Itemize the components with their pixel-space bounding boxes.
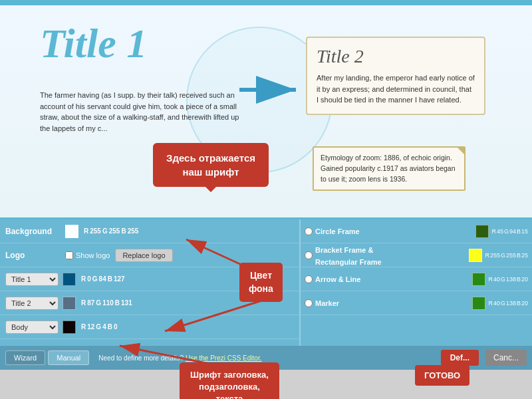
title1-preview: Title 1	[40, 20, 147, 67]
bracket-frame-option: Bracket Frame & Rectangular Frame	[305, 243, 382, 267]
font-tooltip: Здесь отражается наш шрифт	[153, 143, 269, 187]
bracket-frame-label: Bracket Frame &	[315, 246, 373, 254]
circle-frame-swatch[interactable]	[475, 225, 489, 238]
annotation-done: ГОТОВО	[415, 365, 469, 386]
annotation-color-bg: Цвет фона	[239, 263, 283, 302]
body-color-swatch[interactable]	[63, 321, 76, 334]
wizard-tab[interactable]: Wizard	[5, 350, 45, 365]
show-logo-checkbox[interactable]	[65, 251, 73, 259]
title2-rgb: R87 G110 B131	[81, 299, 132, 307]
circle-frame-row: Circle Frame R45 G94 B15	[301, 219, 532, 243]
circle-frame-rgb: R45 G94 B15	[491, 228, 528, 235]
show-logo-label: Show logo	[65, 251, 110, 259]
manual-tab[interactable]: Manual	[48, 350, 89, 365]
title1-select[interactable]: Title 1	[5, 273, 59, 286]
arrow-line-rgb: R40 G138 B20	[488, 276, 528, 283]
bracket-frame-radio[interactable]	[305, 251, 313, 259]
arrow-line-swatch[interactable]	[472, 273, 485, 286]
circle-frame-radio[interactable]	[305, 227, 313, 235]
marker-swatch[interactable]	[472, 297, 485, 310]
title2-color-swatch[interactable]	[63, 297, 76, 310]
title2-box: Title 2 After my landing, the emperor ha…	[306, 37, 485, 115]
top-bar	[0, 0, 532, 5]
background-color-swatch[interactable]	[65, 225, 78, 238]
etymology-box: Etymology of zoom: 1886, of echoic origi…	[313, 146, 466, 191]
background-label: Background	[5, 227, 65, 236]
right-arrow-preview	[239, 73, 306, 109]
marker-row: Marker R40 G138 B20	[301, 291, 532, 315]
marker-option: Marker	[305, 299, 339, 307]
css-editor-link[interactable]: Use the Prezi CSS Editor.	[186, 354, 262, 362]
title2-select[interactable]: Title 2	[5, 297, 59, 310]
logo-label: Logo	[5, 251, 65, 260]
title1-rgb: R0 G84 B127	[81, 275, 125, 283]
bracket-frame-rgb: R255 G255 B25	[485, 252, 528, 259]
marker-label: Marker	[315, 299, 339, 307]
marker-radio[interactable]	[305, 299, 313, 307]
rect-frame-label: Rectangular Frame	[315, 258, 382, 266]
title1-color-swatch[interactable]	[63, 273, 76, 286]
title2-body: After my landing, the emperor had early …	[317, 72, 475, 106]
arrow-line-option: Arrow & Line	[305, 275, 360, 283]
bottom-hint: Need to define more details? Use the Pre…	[98, 354, 261, 362]
body-text-preview: The farmer having (as I supp. by their t…	[40, 90, 239, 134]
arrow-line-radio[interactable]	[305, 275, 313, 283]
arrow-line-label: Arrow & Line	[315, 275, 360, 283]
background-rgb: R255 G255 B255	[84, 227, 138, 235]
circle-frame-label: Circle Frame	[315, 227, 360, 235]
title2-heading: Title 2	[317, 46, 475, 67]
marker-rgb: R40 G138 B20	[488, 300, 528, 307]
preview-area: Title 1 The farmer having (as I supp. by…	[0, 0, 532, 219]
done-button[interactable]: Def...	[441, 350, 479, 366]
replace-logo-button[interactable]: Replace logo	[115, 249, 172, 262]
main-container: Title 1 The farmer having (as I supp. by…	[0, 0, 532, 399]
body-rgb: R12 G4 B0	[81, 323, 118, 331]
body-select[interactable]: Body	[5, 321, 59, 334]
right-panel: Circle Frame R45 G94 B15 Bracket Frame &…	[299, 219, 532, 359]
circle-frame-option: Circle Frame	[305, 227, 360, 235]
bracket-frame-row: Bracket Frame & Rectangular Frame R255 G…	[301, 243, 532, 267]
cancel-button[interactable]: Canc...	[485, 350, 527, 366]
bracket-frame-swatch[interactable]	[469, 249, 482, 262]
arrow-line-row: Arrow & Line R40 G138 B20	[301, 267, 532, 291]
annotation-font: Шрифт заголовка, подзаголовка, текста	[180, 362, 279, 399]
